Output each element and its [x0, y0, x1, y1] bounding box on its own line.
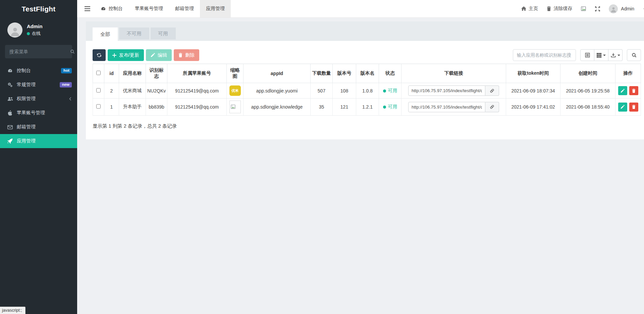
- status-tab-strip: 全部 不可用 可用: [86, 21, 644, 41]
- table-row: 1 升本助手 bb839b 912125419@qq.com app.sdlon…: [93, 99, 641, 116]
- pencil-icon: [621, 89, 625, 93]
- download-link-input[interactable]: [408, 85, 485, 96]
- pagination-info: 显示第 1 到第 2 条记录，总共 2 条记录: [93, 123, 641, 129]
- columns-dropdown-button[interactable]: [594, 49, 608, 61]
- tab-unavailable[interactable]: 不可用: [119, 27, 149, 40]
- envelope-icon: [7, 125, 13, 129]
- col-download-link: 下载链接: [401, 64, 506, 83]
- gears-icon: [7, 82, 13, 87]
- avatar: [609, 4, 618, 13]
- nav-tab-apple-accounts[interactable]: 苹果账号管理: [129, 0, 169, 17]
- table-header-row: id 应用名称 识别标志 所属苹果账号 缩略图 appId 下载数量 版本号 版…: [93, 64, 641, 83]
- row-checkbox[interactable]: [96, 88, 101, 92]
- apps-card: 发布/更新 编辑 删除: [86, 41, 644, 139]
- search-icon: [632, 53, 637, 58]
- tab-all[interactable]: 全部: [93, 27, 118, 41]
- caret-down-icon: [603, 55, 606, 56]
- col-appid: appId: [244, 64, 311, 83]
- nav-tab-apps[interactable]: 应用管理: [200, 0, 231, 17]
- online-dot-icon: [27, 32, 30, 35]
- language-button[interactable]: [581, 6, 586, 11]
- sidebar-menu: 控制台 hot 常规管理 new 权限管理: [0, 64, 77, 148]
- select-all-checkbox[interactable]: [96, 71, 101, 75]
- row-delete-button[interactable]: [629, 103, 638, 112]
- brand-title: TestFlight: [0, 0, 77, 18]
- col-app-name: 应用名称: [119, 64, 146, 83]
- person-icon: [610, 6, 616, 12]
- app-root: TestFlight Admin 在线: [0, 0, 644, 314]
- user-status: 在线: [27, 30, 43, 37]
- col-actions: 操作: [615, 64, 641, 83]
- copy-link-button[interactable]: [485, 85, 499, 96]
- col-version-code: 版本号: [333, 64, 356, 83]
- sidebar-toggle-button[interactable]: [80, 0, 95, 17]
- rocket-icon: [7, 138, 13, 144]
- col-created-time: 创建时间: [560, 64, 615, 83]
- publish-button[interactable]: 发布/更新: [108, 49, 144, 61]
- col-downloads: 下载数量: [311, 64, 333, 83]
- row-edit-button[interactable]: [618, 103, 627, 112]
- link-icon: [490, 88, 494, 93]
- tab-available[interactable]: 可用: [151, 27, 176, 40]
- users-icon: [7, 96, 13, 102]
- table-search-input[interactable]: [513, 49, 576, 61]
- delete-button[interactable]: 删除: [174, 49, 199, 61]
- row-edit-button[interactable]: [618, 86, 627, 95]
- table-controls: [513, 49, 641, 61]
- plus-icon: [112, 53, 116, 57]
- dashboard-icon: [7, 68, 13, 73]
- new-badge: new: [60, 82, 72, 88]
- clear-cache-link[interactable]: 清除缓存: [547, 6, 572, 12]
- hot-badge: hot: [61, 68, 72, 74]
- col-version-name: 版本名: [356, 64, 379, 83]
- home-icon: [521, 6, 526, 11]
- avatar: [7, 22, 22, 38]
- export-dropdown-button[interactable]: [608, 49, 623, 61]
- fullscreen-button[interactable]: [595, 6, 600, 11]
- pencil-icon: [151, 53, 155, 57]
- broken-thumbnail: [229, 101, 241, 113]
- apple-icon: [7, 110, 13, 116]
- trash-icon: [178, 53, 182, 57]
- status-badge: 可用: [379, 99, 401, 116]
- sidebar-item-apps[interactable]: 应用管理: [0, 134, 77, 148]
- person-icon: [10, 26, 20, 36]
- sidebar: TestFlight Admin 在线: [0, 0, 77, 314]
- sidebar-item-apple-accounts[interactable]: 苹果账号管理: [0, 106, 77, 120]
- export-icon: [611, 53, 616, 58]
- sidebar-search: [5, 45, 72, 58]
- trash-icon: [547, 6, 551, 11]
- broken-image-icon: [581, 6, 586, 11]
- chevron-left-icon: [69, 97, 72, 101]
- refresh-button[interactable]: [93, 49, 106, 61]
- col-status: 状态: [379, 64, 401, 83]
- list-view-icon: [585, 53, 590, 58]
- table-search-button[interactable]: [627, 49, 641, 61]
- edit-button[interactable]: 编辑: [146, 49, 172, 61]
- copy-link-button[interactable]: [485, 102, 499, 112]
- download-link-input[interactable]: [408, 102, 485, 112]
- main-content: 全部 不可用 可用 发布/更新: [77, 18, 644, 314]
- table-toolbar: 发布/更新 编辑 删除: [93, 49, 641, 61]
- select-all-cell: [93, 64, 104, 83]
- row-checkbox[interactable]: [96, 104, 101, 109]
- status-dot-icon: [383, 89, 386, 92]
- sidebar-item-general[interactable]: 常规管理 new: [0, 78, 77, 92]
- user-menu[interactable]: Admin: [609, 4, 634, 13]
- sidebar-item-mailbox[interactable]: 邮箱管理: [0, 120, 77, 134]
- col-apple-account: 所属苹果账号: [167, 64, 227, 83]
- refresh-icon: [97, 53, 102, 58]
- row-delete-button[interactable]: [629, 86, 638, 95]
- home-link[interactable]: 主页: [521, 6, 538, 12]
- col-token-time: 获取token时间: [506, 64, 560, 83]
- col-id: id: [104, 64, 119, 83]
- nav-tab-mailbox[interactable]: 邮箱管理: [169, 0, 200, 17]
- user-name: Admin: [27, 23, 43, 29]
- hamburger-icon: [85, 6, 90, 11]
- status-badge: 可用: [379, 83, 401, 99]
- pagination-toggle-button[interactable]: [580, 49, 594, 61]
- sidebar-search-input[interactable]: [9, 49, 70, 54]
- nav-tab-console[interactable]: 控制台: [95, 0, 129, 17]
- sidebar-item-console[interactable]: 控制台 hot: [0, 64, 77, 78]
- sidebar-item-permissions[interactable]: 权限管理: [0, 92, 77, 106]
